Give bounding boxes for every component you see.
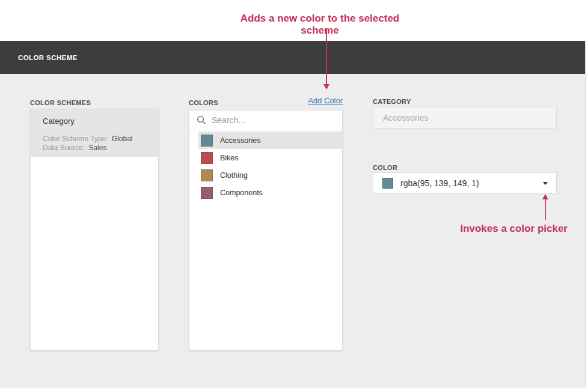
list-item-clothing[interactable]: Clothing (198, 166, 342, 184)
accessories-swatch (201, 135, 213, 147)
color-scheme-dialog: COLOR SCHEME COLOR SCHEMES Category Colo… (0, 41, 586, 387)
search-box[interactable] (189, 111, 342, 130)
category-label: CATEGORY (373, 98, 411, 105)
add-color-link[interactable]: Add Color (283, 96, 343, 105)
colors-list-panel: Accessories Bikes Clothing Components (189, 110, 343, 351)
color-dropdown[interactable]: rgba(95, 139, 149, 1) (373, 172, 557, 194)
category-field-value: Accessories (383, 113, 428, 123)
data-source-label: Data Source: (43, 144, 85, 152)
color-schemes-list: Category Color Scheme Type: Global Data … (30, 109, 159, 351)
colors-label: COLORS (189, 99, 218, 106)
dialog-title: COLOR SCHEME (18, 54, 78, 61)
annotation-arrow-down (326, 29, 327, 85)
chevron-down-icon[interactable] (543, 182, 548, 185)
dialog-header: COLOR SCHEME (0, 41, 585, 74)
annotation-color-picker: Invokes a color picker (447, 223, 568, 235)
search-input[interactable] (212, 115, 326, 125)
color-label: COLOR (373, 164, 397, 171)
clothing-swatch (201, 169, 213, 181)
data-source-field: Data Source: Sales (43, 144, 106, 152)
selected-color-swatch (382, 178, 393, 189)
selected-color-value: rgba(95, 139, 149, 1) (400, 178, 543, 188)
color-list: Accessories Bikes Clothing Components (189, 132, 342, 201)
list-item-components[interactable]: Components (198, 184, 342, 201)
scheme-type-field: Color Scheme Type: Global (43, 135, 133, 143)
bikes-swatch (201, 152, 213, 164)
list-item-label: Clothing (220, 171, 248, 180)
components-swatch (201, 187, 213, 199)
annotation-arrow-down-head (323, 84, 329, 89)
list-item-category-scheme[interactable]: Category Color Scheme Type: Global Data … (31, 109, 158, 157)
list-item-label: Components (220, 189, 263, 197)
category-field: Accessories (373, 107, 557, 129)
color-schemes-label: COLOR SCHEMES (30, 99, 91, 106)
data-source-value: Sales (88, 144, 106, 152)
list-item-accessories[interactable]: Accessories (198, 132, 342, 149)
scheme-title: Category (43, 117, 75, 126)
annotation-add-color: Adds a new color to the selected scheme (224, 13, 416, 37)
annotation-arrow-up (545, 199, 547, 220)
scheme-type-label: Color Scheme Type: (43, 135, 108, 143)
list-item-label: Bikes (220, 154, 239, 162)
search-icon (197, 115, 206, 125)
list-item-label: Accessories (220, 136, 260, 145)
scheme-type-value: Global (112, 135, 133, 143)
list-item-bikes[interactable]: Bikes (198, 149, 342, 166)
